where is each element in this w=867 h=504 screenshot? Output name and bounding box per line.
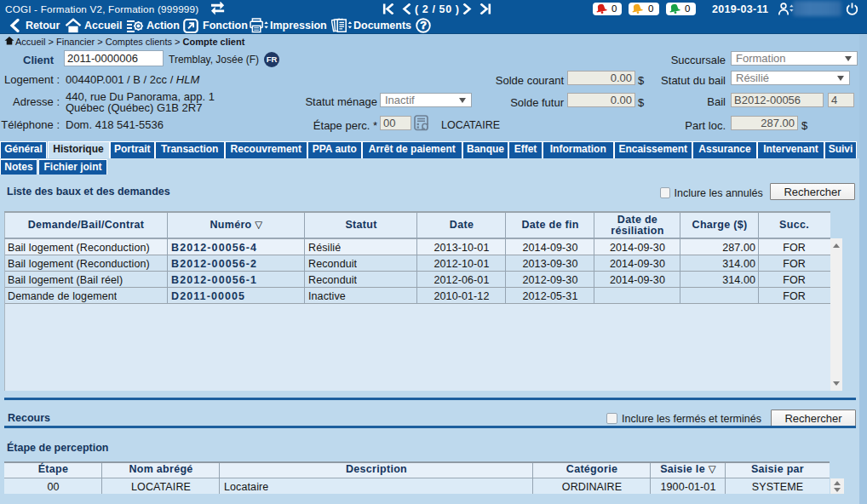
svg-text:?: ? bbox=[420, 20, 427, 32]
